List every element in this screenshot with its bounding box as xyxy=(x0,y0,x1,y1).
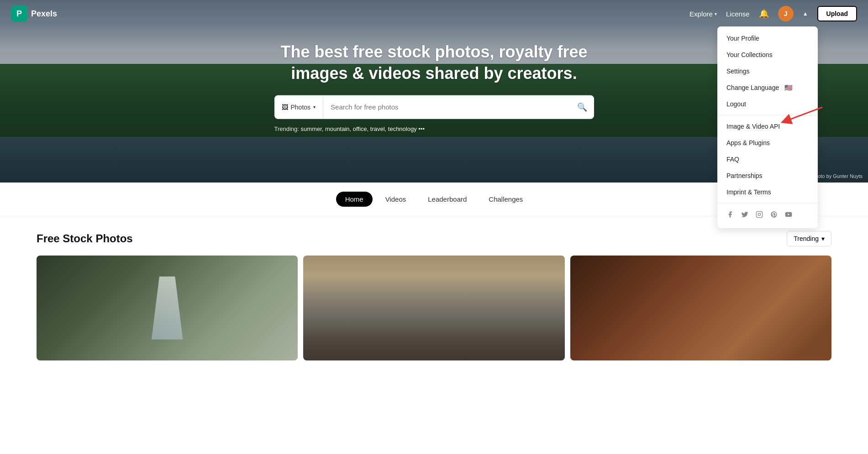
explore-link[interactable]: Explore ▾ xyxy=(689,10,717,18)
arrow-annotation xyxy=(772,103,827,127)
search-icon: 🔍 xyxy=(577,102,587,112)
main-content: Free Stock Photos Trending ▾ xyxy=(0,216,868,375)
svg-rect-0 xyxy=(756,211,762,217)
tab-home[interactable]: Home xyxy=(336,192,373,207)
trending-links[interactable]: summer, mountain, office, travel, techno… xyxy=(301,125,417,132)
photo-card[interactable] xyxy=(570,256,831,360)
dropdown-item-change-language[interactable]: Change Language 🇺🇸 xyxy=(717,79,818,96)
notifications-icon[interactable]: 🔔 xyxy=(759,9,769,19)
dropdown-item-apps-plugins[interactable]: Apps & Plugins xyxy=(717,135,818,151)
svg-point-1 xyxy=(758,213,760,215)
site-name: Pexels xyxy=(31,9,57,19)
site-logo[interactable]: P Pexels xyxy=(11,5,57,22)
trending-filter-button[interactable]: Trending ▾ xyxy=(787,231,831,246)
hero-title: The best free stock photos, royalty free… xyxy=(274,42,594,84)
tab-challenges[interactable]: Challenges xyxy=(479,192,532,207)
trending-chevron-icon: ▾ xyxy=(821,235,825,242)
search-type-button[interactable]: 🖼 Photos ▾ xyxy=(274,95,324,119)
photo-grid xyxy=(37,256,831,360)
trending-more-icon[interactable]: ••• xyxy=(418,125,425,132)
tab-leaderboard[interactable]: Leaderboard xyxy=(419,192,476,207)
social-links xyxy=(717,206,818,224)
section-header: Free Stock Photos Trending ▾ xyxy=(37,231,831,246)
youtube-icon[interactable] xyxy=(785,211,792,220)
dropdown-item-your-profile[interactable]: Your Profile xyxy=(717,30,818,47)
dropdown-divider-2 xyxy=(717,203,818,204)
search-type-chevron-icon: ▾ xyxy=(313,104,316,110)
navbar: P Pexels Explore ▾ License 🔔 J ▲ Upload xyxy=(0,0,868,27)
search-bar: 🖼 Photos ▾ 🔍 xyxy=(274,95,594,119)
dropdown-item-settings[interactable]: Settings xyxy=(717,63,818,79)
photo-card[interactable] xyxy=(303,256,564,360)
svg-point-2 xyxy=(761,213,761,213)
dropdown-item-partnerships[interactable]: Partnerships xyxy=(717,167,818,184)
language-flag-icon: 🇺🇸 xyxy=(784,84,792,91)
instagram-icon[interactable] xyxy=(756,211,763,220)
user-dropdown-menu: Your Profile Your Collections Settings C… xyxy=(717,26,818,228)
hero-content: The best free stock photos, royalty free… xyxy=(274,42,594,132)
svg-line-4 xyxy=(786,107,822,121)
search-submit-button[interactable]: 🔍 xyxy=(570,95,594,119)
photo-card[interactable] xyxy=(37,256,298,360)
dropdown-item-imprint-terms[interactable]: Imprint & Terms xyxy=(717,184,818,200)
facebook-icon[interactable] xyxy=(726,211,734,220)
user-avatar[interactable]: J xyxy=(778,6,794,21)
tab-videos[interactable]: Videos xyxy=(376,192,416,207)
dropdown-item-your-collections[interactable]: Your Collections xyxy=(717,47,818,63)
explore-chevron-icon: ▾ xyxy=(715,11,717,16)
search-input[interactable] xyxy=(323,103,570,111)
license-link[interactable]: License xyxy=(726,10,750,18)
dropdown-item-faq[interactable]: FAQ xyxy=(717,151,818,167)
photo-credit: Photo by Gunter Nuyts xyxy=(812,173,863,179)
logo-icon: P xyxy=(11,5,27,22)
photo-icon: 🖼 xyxy=(282,103,288,110)
twitter-icon[interactable] xyxy=(741,211,748,220)
navbar-right: Explore ▾ License 🔔 J ▲ Upload xyxy=(689,6,857,21)
upload-button[interactable]: Upload xyxy=(817,6,857,21)
pinterest-icon[interactable] xyxy=(770,211,778,220)
user-menu-chevron-icon[interactable]: ▲ xyxy=(803,10,808,17)
trending-section: Trending: summer, mountain, office, trav… xyxy=(274,125,594,132)
section-title: Free Stock Photos xyxy=(37,232,133,245)
